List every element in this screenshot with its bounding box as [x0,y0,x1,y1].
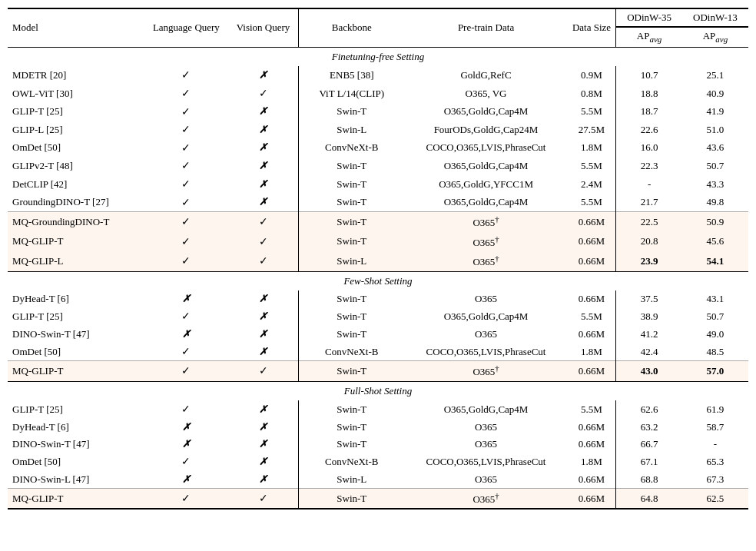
cell-od35: 67.1 [616,453,682,471]
cell-model: MDETR [20] [8,66,144,85]
cell-model: OWL-ViT [30] [8,85,144,103]
cell-model: OmDet [50] [8,453,144,471]
cell-pretrain: O365† [404,361,567,382]
cell-datasize: 5.5M [568,307,616,326]
cell-backbone: Swin-T [299,307,405,326]
cell-od35: - [616,175,682,194]
cell-datasize: 0.66M [568,436,616,453]
cell-model: MQ-GLIP-T [8,488,144,509]
cell-lang: ✓ [144,66,228,85]
cell-od13: 49.0 [682,326,748,343]
cell-backbone: Swin-L [299,121,405,139]
cell-od35: 18.8 [616,85,682,103]
cell-datasize: 1.8M [568,453,616,471]
cell-od35: 20.8 [616,232,682,252]
header-datasize: Data Size [568,8,616,48]
cell-backbone: Swin-T [299,175,405,194]
cell-od13: 61.9 [682,400,748,419]
cell-datasize: 0.66M [568,232,616,252]
cell-od13: 41.9 [682,103,748,121]
cell-od13: 43.3 [682,175,748,194]
section-title-0: Finetuning-free Setting [8,48,748,67]
cell-od35: 43.0 [616,361,682,382]
cell-od13: - [682,436,748,453]
cell-pretrain: O365† [404,251,567,271]
cell-od35: 23.9 [616,251,682,271]
cell-vision: ✗ [228,121,299,139]
cell-vision: ✓ [228,488,299,509]
cell-backbone: ConvNeXt-B [299,139,405,158]
cell-lang: ✓ [144,194,228,212]
header-backbone: Backbone [299,8,405,48]
cell-backbone: Swin-L [299,251,405,271]
cell-lang: ✓ [144,139,228,158]
table-row: DyHead-T [6]✗✗Swin-TO3650.66M37.543.1 [8,290,748,307]
table-row: DINO-Swin-T [47]✗✗Swin-TO3650.66M41.249.… [8,326,748,343]
table-row: DINO-Swin-L [47]✗✗Swin-LO3650.66M68.867.… [8,471,748,489]
cell-pretrain: FourODs,GoldG,Cap24M [404,121,567,139]
cell-pretrain: O365† [404,488,567,509]
cell-datasize: 0.66M [568,326,616,343]
table-row: OmDet [50]✓✗ConvNeXt-BCOCO,O365,LVIS,Phr… [8,343,748,361]
cell-lang: ✓ [144,307,228,326]
cell-pretrain: COCO,O365,LVIS,PhraseCut [404,343,567,361]
cell-backbone: Swin-T [299,232,405,252]
header-odinw13: ODinW-13 [682,8,748,27]
section-header-0: Finetuning-free Setting [8,48,748,67]
cell-datasize: 0.66M [568,212,616,232]
cell-lang: ✗ [144,436,228,453]
cell-lang: ✓ [144,232,228,252]
cell-pretrain: O365,GoldG,Cap4M [404,157,567,175]
cell-od13: 43.6 [682,139,748,158]
comparison-table: Model Language Query Vision Query Backbo… [8,8,748,510]
cell-od13: 43.1 [682,290,748,307]
cell-lang: ✓ [144,488,228,509]
cell-backbone: ViT L/14(CLIP) [299,85,405,103]
table-row: GroundingDINO-T [27]✓✗Swin-TO365,GoldG,C… [8,194,748,212]
section-header-1: Few-Shot Setting [8,271,748,290]
cell-od13: 54.1 [682,251,748,271]
cell-datasize: 1.8M [568,343,616,361]
cell-datasize: 5.5M [568,103,616,121]
table-row: DINO-Swin-T [47]✗✗Swin-TO3650.66M66.7- [8,436,748,453]
cell-lang: ✓ [144,103,228,121]
cell-pretrain: O365 [404,326,567,343]
cell-model: GLIPv2-T [48] [8,157,144,175]
cell-datasize: 1.8M [568,139,616,158]
cell-datasize: 0.66M [568,290,616,307]
cell-backbone: Swin-T [299,103,405,121]
cell-od13: 50.9 [682,212,748,232]
cell-pretrain: O365, VG [404,85,567,103]
cell-lang: ✓ [144,175,228,194]
cell-model: DINO-Swin-T [47] [8,326,144,343]
cell-od35: 22.5 [616,212,682,232]
cell-pretrain: COCO,O365,LVIS,PhraseCut [404,139,567,158]
cell-pretrain: O365 [404,290,567,307]
cell-model: OmDet [50] [8,139,144,158]
cell-od35: 68.8 [616,471,682,489]
cell-model: GLIP-T [25] [8,103,144,121]
cell-datasize: 0.66M [568,471,616,489]
cell-od35: 22.3 [616,157,682,175]
cell-backbone: Swin-T [299,436,405,453]
cell-lang: ✓ [144,212,228,232]
cell-model: MQ-GLIP-L [8,251,144,271]
cell-od35: 37.5 [616,290,682,307]
cell-vision: ✗ [228,307,299,326]
cell-od35: 63.2 [616,419,682,436]
table-row: GLIP-L [25]✓✗Swin-LFourODs,GoldG,Cap24M2… [8,121,748,139]
header-ap13: APavg [682,27,748,47]
cell-model: DINO-Swin-T [47] [8,436,144,453]
cell-backbone: Swin-T [299,194,405,212]
cell-od35: 66.7 [616,436,682,453]
cell-datasize: 27.5M [568,121,616,139]
table-row: OWL-ViT [30]✓✓ViT L/14(CLIP)O365, VG0.8M… [8,85,748,103]
section-title-2: Full-Shot Setting [8,381,748,400]
table-row: MQ-GLIP-T✓✓Swin-TO365†0.66M64.862.5 [8,488,748,509]
cell-lang: ✓ [144,121,228,139]
cell-model: GLIP-L [25] [8,121,144,139]
table-row: OmDet [50]✓✗ConvNeXt-BCOCO,O365,LVIS,Phr… [8,139,748,158]
header-pretrain: Pre-train Data [404,8,567,48]
cell-od35: 22.6 [616,121,682,139]
cell-lang: ✓ [144,453,228,471]
